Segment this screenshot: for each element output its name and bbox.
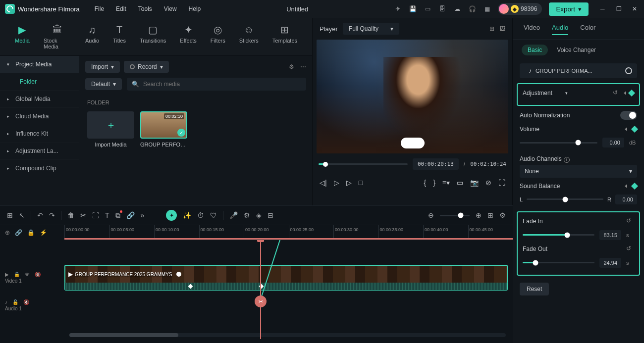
undo-button[interactable]: ↶ (37, 211, 43, 219)
tab-color[interactable]: Color (580, 24, 595, 35)
next-button[interactable]: ▷ (346, 179, 352, 187)
sidebar-global-media[interactable]: ▸Global Media (0, 91, 79, 108)
volume-slider[interactable] (520, 142, 597, 144)
link-button[interactable]: 🔗 (126, 211, 135, 219)
chevron-down-icon[interactable]: ▾ (565, 91, 568, 96)
crop-button[interactable]: ⛶ (92, 211, 99, 219)
mark-out-button[interactable]: } (433, 179, 435, 187)
ribbon-templates[interactable]: ⊞Templates (272, 24, 297, 49)
screen-icon[interactable]: ▭ (424, 5, 431, 13)
maximize-button[interactable]: ❐ (616, 5, 623, 12)
zoom-out-icon[interactable]: ⊖ (428, 211, 434, 219)
more-button[interactable]: » (141, 211, 145, 219)
grid-icon[interactable]: ⊞ (7, 211, 13, 219)
copy-button[interactable]: ⧉ (115, 211, 120, 220)
fade-in-value[interactable]: 83.15 (599, 230, 621, 240)
lock-icon[interactable]: 🔓 (14, 272, 20, 277)
track-lock-icon[interactable]: 🔒 (27, 229, 35, 236)
video-track-header[interactable]: ▶ 🔓 👁 🔇 Video 1 (0, 265, 64, 291)
media-clip-card[interactable]: 00:02:10 ✓ GROUP PERFOR... (140, 111, 187, 147)
more-icon[interactable]: ⋯ (300, 63, 306, 70)
settings-icon[interactable]: ⚙ (499, 211, 506, 219)
tab-audio[interactable]: Audio (552, 24, 568, 35)
text-button[interactable]: T (105, 211, 109, 219)
send-icon[interactable]: ✈ (394, 5, 402, 13)
grid-icon[interactable]: ▦ (483, 5, 491, 13)
import-button[interactable]: Import▾ (85, 61, 120, 73)
prev-keyframe-icon[interactable] (625, 184, 627, 188)
balance-slider[interactable] (527, 198, 603, 200)
redo-button[interactable]: ↷ (49, 211, 55, 219)
mute-icon[interactable]: 🔇 (35, 272, 41, 277)
progress-slider[interactable] (319, 163, 408, 165)
ribbon-effects[interactable]: ✦Effects (180, 24, 196, 49)
mark-in-button[interactable]: { (424, 179, 426, 187)
minimize-button[interactable]: ─ (600, 5, 607, 12)
enhance-icon[interactable]: ✨ (183, 211, 191, 219)
list-icon[interactable]: ≡▾ (442, 179, 450, 187)
playhead[interactable]: ✂ (260, 240, 261, 339)
sidebar-influence-kit[interactable]: ▸Influence Kit (0, 125, 79, 143)
trim-icon[interactable]: ⊟ (268, 211, 273, 219)
audio-track-header[interactable]: ♪ 🔓 🔇 Audio 1 (0, 295, 64, 315)
speed-icon[interactable]: ⏱ (197, 211, 204, 219)
save-icon[interactable]: 💾 (409, 5, 417, 13)
ai-button[interactable]: ✦ (166, 210, 177, 221)
close-button[interactable]: ✕ (632, 5, 639, 12)
marker-icon[interactable]: ◈ (256, 211, 262, 219)
ribbon-media[interactable]: ▶Media (15, 24, 30, 49)
search-input[interactable] (143, 81, 301, 88)
stop-button[interactable]: □ (359, 179, 363, 187)
record-button[interactable]: Record▾ (124, 61, 169, 73)
sidebar-folder[interactable]: Folder (0, 73, 79, 91)
fade-out-value[interactable]: 24.94 (599, 258, 621, 268)
fade-out-slider[interactable] (523, 262, 594, 263)
track-add-icon[interactable]: ⊕ (5, 229, 10, 236)
prev-keyframe-icon[interactable] (625, 127, 627, 131)
prev-frame-button[interactable]: ◁| (320, 179, 327, 187)
tab-video[interactable]: Video (524, 24, 540, 35)
subtab-voice-changer[interactable]: Voice Changer (557, 47, 596, 53)
eye-icon[interactable]: 👁 (25, 272, 30, 277)
reset-icon[interactable]: ↺ (626, 245, 634, 253)
image-icon[interactable]: 🖼 (499, 25, 505, 32)
subtab-basic[interactable]: Basic (522, 45, 548, 55)
ribbon-transitions[interactable]: ▢Transitions (140, 24, 166, 49)
archive-icon[interactable]: 🗄 (438, 5, 446, 13)
track-fx-icon[interactable]: ⚡ (40, 229, 47, 236)
reset-icon[interactable]: ↺ (626, 217, 634, 225)
zoom-in-icon[interactable]: ⊕ (476, 211, 482, 219)
play-button[interactable]: ▷ (334, 179, 339, 187)
view-icon[interactable]: ⊞ (487, 211, 493, 219)
fullscreen-icon[interactable]: ⛶ (498, 179, 505, 187)
sidebar-cloud-media[interactable]: ▸Cloud Media (0, 108, 79, 125)
mute-icon[interactable]: 🔇 (23, 299, 29, 305)
audio-waveform[interactable] (64, 283, 508, 291)
mixer-icon[interactable]: ⚙ (244, 211, 250, 219)
volume-value[interactable]: 0.00 (602, 138, 624, 147)
ribbon-stickers[interactable]: ☺Stickers (239, 24, 259, 49)
grid-view-icon[interactable]: ⊞ (489, 25, 494, 32)
split-button[interactable]: ✂ (80, 211, 86, 219)
reset-button[interactable]: Reset (520, 283, 549, 295)
keyframe-icon[interactable] (631, 126, 638, 133)
horizontal-scrollbar[interactable] (69, 333, 506, 337)
menu-file[interactable]: File (95, 5, 104, 12)
auto-normalization-toggle[interactable] (620, 111, 637, 120)
screen-mode-icon[interactable]: ▭ (457, 179, 463, 187)
keyframe-icon[interactable] (628, 90, 635, 97)
ribbon-audio[interactable]: ♫Audio (85, 24, 99, 49)
quality-select[interactable]: Full Quality▾ (343, 23, 399, 35)
import-media-card[interactable]: ＋ Import Media (87, 111, 134, 147)
menu-help[interactable]: Help (189, 5, 201, 12)
sort-button[interactable]: Default▾ (85, 78, 122, 90)
zoom-slider[interactable] (440, 215, 470, 216)
ribbon-stock[interactable]: 🏛Stock Media (44, 24, 71, 49)
info-icon[interactable]: i (564, 157, 570, 163)
menu-view[interactable]: View (164, 5, 177, 12)
account-coins[interactable]: ◆ 98396 (498, 3, 542, 15)
balance-value[interactable]: 0.00 (615, 195, 637, 204)
track-link-icon[interactable]: 🔗 (15, 229, 22, 236)
ribbon-filters[interactable]: ◎Filters (211, 24, 225, 49)
pointer-icon[interactable]: ↖ (19, 211, 25, 219)
